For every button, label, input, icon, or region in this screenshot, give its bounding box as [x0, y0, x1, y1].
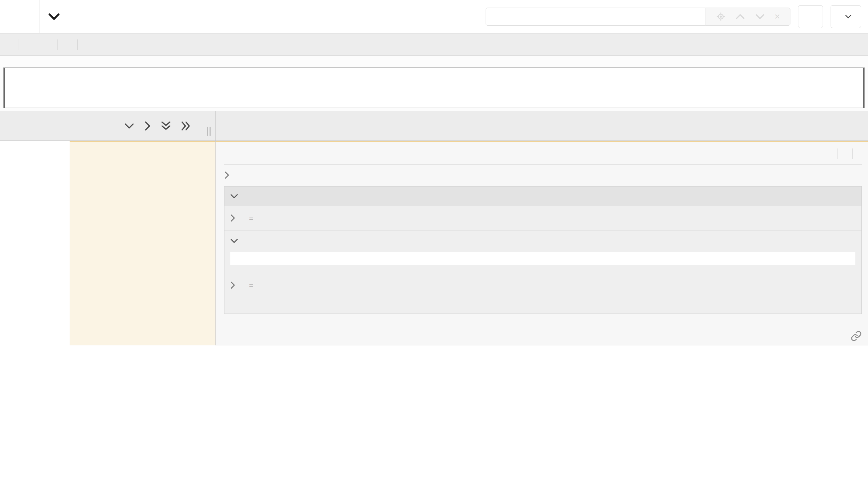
logs-box: = = [224, 186, 862, 314]
collapse-one-level-icon[interactable] [144, 121, 151, 131]
log-summary: = [247, 280, 256, 290]
span-rows: = = [0, 141, 868, 498]
log-field-value [320, 252, 809, 265]
log-entry-expanded [224, 230, 861, 265]
timeline-ruler [216, 111, 868, 141]
tags-row[interactable] [224, 171, 862, 179]
find-toolbar: × [706, 8, 790, 26]
view-selector-button[interactable] [831, 5, 861, 28]
keyboard-shortcuts-button[interactable] [798, 5, 823, 28]
find-prev-icon[interactable] [735, 13, 745, 20]
column-resize-handle[interactable] [207, 127, 211, 136]
span-detail-row: = = [0, 141, 868, 345]
trace-minimap [0, 56, 868, 111]
chevron-right-icon [230, 281, 236, 289]
collapse-all-icon[interactable] [181, 121, 191, 131]
chevron-down-icon [230, 193, 238, 199]
selected-subtree-highlight [70, 141, 215, 345]
locate-icon[interactable] [716, 12, 726, 21]
find-clear-icon[interactable]: × [774, 12, 780, 21]
logs-footer-note [224, 297, 861, 314]
find-group: × [486, 8, 790, 26]
span-detail-indent [0, 141, 216, 345]
span-detail-panel: = = [216, 141, 868, 345]
chevron-right-icon [224, 171, 230, 179]
log-summary: = [247, 213, 256, 224]
chevron-right-icon [230, 214, 236, 222]
minimap-viewport[interactable] [3, 67, 865, 108]
minimap-tick-labels [3, 57, 865, 66]
find-next-icon[interactable] [755, 13, 765, 20]
trace-summary-bar [0, 34, 868, 56]
log-entry[interactable]: = [224, 273, 861, 297]
log-entry[interactable]: = [224, 206, 861, 230]
expand-all-icon[interactable] [161, 121, 171, 131]
chevron-down-icon [230, 238, 238, 244]
timeline-header [0, 111, 868, 141]
logs-header[interactable] [224, 187, 861, 206]
top-header: × [0, 0, 868, 34]
log-entry-header[interactable] [224, 230, 861, 251]
expand-one-level-icon[interactable] [124, 123, 134, 129]
log-field-key [230, 252, 320, 265]
span-detail-meta [829, 148, 862, 159]
chevron-down-icon [845, 15, 852, 19]
find-input[interactable] [486, 8, 706, 26]
log-fields-table [230, 252, 856, 265]
trace-collapse-chevron-icon[interactable] [48, 13, 60, 20]
back-button[interactable] [0, 0, 39, 33]
link-icon[interactable] [851, 331, 862, 342]
span-id-row [843, 331, 862, 342]
